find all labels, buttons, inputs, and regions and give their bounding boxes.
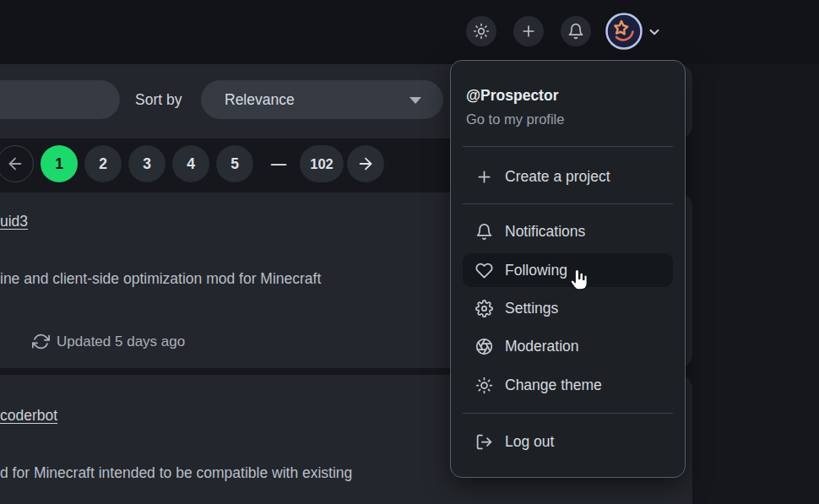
menu-item-settings[interactable]: Settings: [463, 291, 673, 325]
menu-item-logout[interactable]: Log out: [463, 425, 673, 458]
modrinth-search-page: Sort by Relevance 1 2 3 4 5 — 102 uid3 i…: [0, 0, 819, 504]
divider: [463, 146, 673, 147]
sort-by-label: Sort by: [135, 80, 182, 119]
dropdown-username: @Prospector: [466, 87, 558, 105]
pagination-prev-button[interactable]: [0, 145, 34, 182]
user-avatar[interactable]: [605, 13, 643, 50]
pagination-page-4[interactable]: 4: [172, 145, 209, 182]
user-dropdown-menu: @Prospector Go to my profile Create a pr…: [450, 60, 686, 478]
project-description: d for Minecraft intended to be compatibl…: [0, 464, 352, 482]
sort-select-value: Relevance: [225, 80, 295, 119]
menu-item-label: Change theme: [505, 377, 602, 394]
top-nav-bar: [0, 0, 819, 64]
menu-item-following[interactable]: Following: [463, 253, 673, 287]
plus-icon: [520, 23, 537, 40]
chevron-down-icon: [410, 97, 421, 104]
aperture-icon: [475, 338, 493, 355]
sun-icon: [475, 377, 493, 394]
project-description: ine and client-side optimization mod for…: [0, 270, 321, 288]
menu-item-create-project[interactable]: Create a project: [463, 160, 673, 193]
search-input[interactable]: [0, 80, 120, 119]
project-author-link[interactable]: coderbot: [0, 407, 57, 425]
menu-item-label: Notifications: [505, 223, 585, 241]
menu-item-change-theme[interactable]: Change theme: [463, 368, 673, 402]
arrow-left-icon: [6, 154, 24, 173]
heart-icon: [475, 262, 493, 279]
logout-icon: [475, 433, 493, 451]
create-button[interactable]: [513, 16, 544, 46]
divider: [463, 413, 673, 414]
menu-item-label: Create a project: [505, 168, 610, 186]
divider: [463, 203, 673, 204]
gear-icon: [475, 300, 493, 317]
sun-icon: [473, 23, 490, 40]
sort-select[interactable]: Relevance: [201, 80, 443, 119]
theme-toggle-button[interactable]: [466, 16, 496, 46]
project-author-link[interactable]: uid3: [0, 213, 28, 230]
menu-item-notifications[interactable]: Notifications: [463, 214, 673, 248]
menu-item-label: Log out: [505, 433, 554, 451]
avatar-menu-chevron[interactable]: [647, 24, 662, 43]
project-updated-text: Updated 5 days ago: [57, 333, 185, 350]
dropdown-profile-link[interactable]: Go to my profile: [466, 111, 564, 127]
pagination-page-1[interactable]: 1: [41, 145, 78, 182]
menu-item-label: Following: [505, 262, 567, 279]
pagination-page-5[interactable]: 5: [216, 145, 253, 182]
pagination-ellipsis: —: [260, 145, 297, 182]
refresh-icon: [32, 333, 50, 350]
menu-item-moderation[interactable]: Moderation: [463, 329, 673, 363]
pagination-page-3[interactable]: 3: [128, 145, 165, 182]
prospector-avatar-icon: [605, 13, 643, 50]
pagination-next-button[interactable]: [347, 145, 384, 182]
menu-item-label: Moderation: [505, 338, 579, 355]
arrow-right-icon: [356, 154, 375, 173]
pagination-page-2[interactable]: 2: [84, 145, 122, 182]
pagination-page-last[interactable]: 102: [300, 145, 344, 182]
chevron-down-icon: [647, 24, 662, 40]
notifications-button[interactable]: [561, 16, 591, 46]
menu-item-label: Settings: [505, 300, 558, 317]
bell-icon: [567, 23, 584, 40]
plus-icon: [475, 168, 493, 186]
bell-icon: [475, 223, 493, 241]
